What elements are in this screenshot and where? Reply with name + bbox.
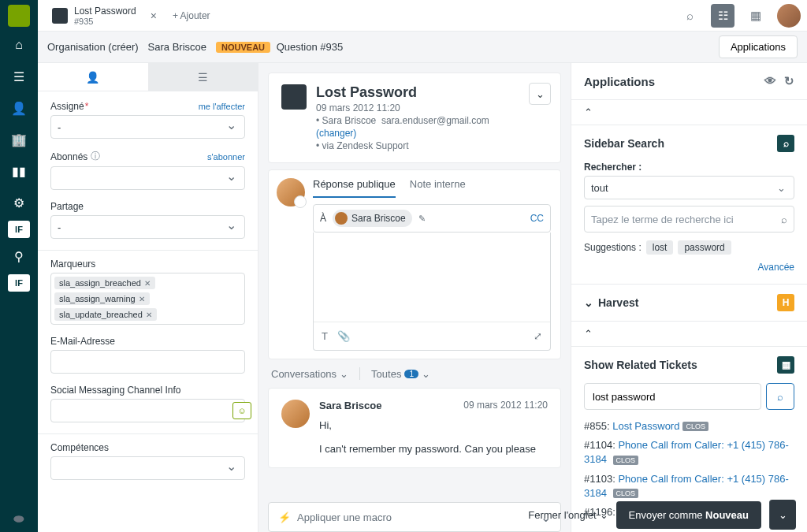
collapse-toggle[interactable]: ⌃ xyxy=(571,322,807,346)
ticket-email: sara.enduser@gmail.com xyxy=(381,115,489,126)
close-icon[interactable]: × xyxy=(151,9,157,22)
collapse-toggle[interactable]: ⌃ xyxy=(571,100,807,125)
social-label: Social Messaging Channel Info xyxy=(50,385,245,396)
assign-me-link[interactable]: me l'affecter xyxy=(199,102,245,111)
chip[interactable]: lost xyxy=(646,240,674,255)
applications-button[interactable]: Applications xyxy=(719,35,798,58)
tab-title: Lost Password xyxy=(74,6,136,17)
org-icon[interactable]: 🏢 xyxy=(6,126,32,153)
left-tab-user[interactable]: 👤 xyxy=(38,63,148,91)
tab-internal-note[interactable]: Note interne xyxy=(410,178,466,198)
search-input[interactable]: Tapez le terme de recherche ici ⌕ xyxy=(584,206,794,233)
related-ticket[interactable]: #1104: Phone Call from Caller: +1 (415) … xyxy=(584,438,794,467)
home-icon[interactable]: ⌂ xyxy=(6,32,32,58)
customers-icon[interactable]: 👤 xyxy=(6,95,32,121)
eye-icon[interactable]: 👁 xyxy=(764,74,776,88)
related-icon: ▦ xyxy=(777,356,794,374)
edit-icon[interactable]: ✎ xyxy=(418,214,426,224)
refresh-icon[interactable]: ↻ xyxy=(784,74,794,88)
subscribe-link[interactable]: s'abonner xyxy=(207,152,245,162)
views-icon[interactable]: ☰ xyxy=(6,63,32,90)
to-row: À Sara Briscoe ✎ CC xyxy=(313,204,551,233)
apps-header: Applications xyxy=(584,75,655,88)
footer: Fermer l'onglet ⌄ Envoyer comme Nouveau … xyxy=(517,497,807,532)
related-search-button[interactable]: ⌕ xyxy=(766,383,794,410)
format-icon[interactable]: T xyxy=(322,330,328,342)
chat-icon[interactable]: ☷ xyxy=(711,4,734,28)
reports-icon[interactable]: ▮▮ xyxy=(6,158,32,184)
tag-remove-icon[interactable]: ✕ xyxy=(144,279,151,288)
search-scope-select[interactable]: tout xyxy=(584,176,794,199)
email-field[interactable] xyxy=(50,350,245,374)
attach-icon[interactable]: 📎 xyxy=(337,330,350,342)
assignee-select[interactable]: - xyxy=(50,115,245,139)
search-icon[interactable]: ⌕ xyxy=(678,4,701,28)
tab-ticket[interactable]: Lost Password #935 × xyxy=(44,0,165,31)
msg-date: 09 mars 2012 11:20 xyxy=(463,400,548,411)
if-icon-1[interactable]: IF xyxy=(8,221,30,238)
tag-remove-icon[interactable]: ✕ xyxy=(146,311,152,319)
related-title: Show Related Tickets xyxy=(584,359,697,371)
related-ticket[interactable]: #855: Lost PasswordCLOS xyxy=(584,419,794,433)
settings-icon[interactable]: ⚙ xyxy=(6,189,32,216)
recipient-chip[interactable]: Sara Briscoe xyxy=(333,210,412,227)
float-widget-icon[interactable]: ☺ xyxy=(232,402,251,419)
related-ticket[interactable]: #1103: Phone Call from Caller: +1 (415) … xyxy=(584,472,794,500)
share-select[interactable]: - xyxy=(50,215,245,239)
badge-new: NOUVEAU xyxy=(216,42,270,53)
followers-label: Abonnés xyxy=(50,151,87,162)
compose-textarea[interactable]: T 📎 ⤢ xyxy=(313,233,551,351)
advanced-link[interactable]: Avancée xyxy=(758,262,794,273)
assignee-label: Assigné xyxy=(50,101,84,112)
msg-author: Sara Briscoe xyxy=(319,400,382,411)
search-badge-icon: ⌕ xyxy=(777,135,794,152)
conversations-dropdown[interactable]: Conversations ⌄ xyxy=(271,368,348,380)
sidebar-search-title: Sidebar Search xyxy=(584,137,664,150)
logo-icon[interactable] xyxy=(8,5,30,27)
apps-grid-icon[interactable]: ▦ xyxy=(744,4,768,28)
palm-icon[interactable]: ⚲ xyxy=(6,243,32,270)
channel-icon xyxy=(281,84,307,110)
expand-icon[interactable]: ⤢ xyxy=(534,330,542,342)
tag: sla_assign_breached✕ xyxy=(54,277,155,289)
submit-dropdown[interactable]: ⌄ xyxy=(769,500,796,530)
chip[interactable]: password xyxy=(678,240,731,255)
competences-label: Compétences xyxy=(50,442,245,453)
ticket-user: Sara Briscoe xyxy=(322,115,377,126)
bc-user[interactable]: Sara Briscoe xyxy=(148,41,206,53)
breadcrumb: Organisation (créer) Sara Briscoe NOUVEA… xyxy=(38,32,807,63)
cc-button[interactable]: CC xyxy=(530,213,544,224)
ticket-actions-button[interactable]: ⌄ xyxy=(529,83,551,105)
social-field[interactable] xyxy=(50,399,245,422)
ticket-via: • via Zendesk Support xyxy=(316,140,489,151)
harvest-toggle[interactable]: ⌄ Harvest H xyxy=(571,285,807,321)
share-label: Partage xyxy=(50,201,245,212)
close-tab-button[interactable]: Fermer l'onglet ⌄ xyxy=(528,509,608,521)
tab-public-reply[interactable]: Réponse publique xyxy=(313,178,396,198)
related-search-input[interactable] xyxy=(584,383,761,410)
competences-select[interactable] xyxy=(50,456,245,480)
add-tab[interactable]: + Ajouter xyxy=(165,10,218,21)
left-tab-ticket[interactable]: ☰ xyxy=(148,63,258,91)
tags-input[interactable]: sla_assign_breached✕ sla_assign_warning✕… xyxy=(50,273,245,325)
submit-button[interactable]: Envoyer comme Nouveau xyxy=(616,501,761,529)
to-label: À xyxy=(320,213,326,224)
ticket-header: ⌄ Lost Password 09 mars 2012 11:20 • Sar… xyxy=(268,73,561,163)
msg-line: I can't remember my password. Can you pl… xyxy=(319,441,548,457)
convo-bar: Conversations ⌄ Toutes 1 ⌄ xyxy=(258,359,571,388)
center-panel: ⌄ Lost Password 09 mars 2012 11:20 • Sar… xyxy=(258,63,571,532)
zendesk-icon[interactable]: ⬬ xyxy=(6,505,32,532)
avatar[interactable] xyxy=(777,4,801,28)
followers-select[interactable] xyxy=(50,166,245,190)
change-link[interactable]: (changer) xyxy=(316,128,356,139)
bc-org[interactable]: Organisation (créer) xyxy=(47,41,139,53)
ticket-icon xyxy=(52,8,68,24)
bc-ticket[interactable]: Question #935 xyxy=(277,41,344,53)
compose-avatar xyxy=(277,178,305,206)
search-icon[interactable]: ⌕ xyxy=(781,214,787,225)
if-icon-2[interactable]: IF xyxy=(8,274,30,292)
tag-remove-icon[interactable]: ✕ xyxy=(139,295,145,303)
compose-box: Réponse publique Note interne À Sara Bri… xyxy=(268,169,561,359)
all-dropdown[interactable]: Toutes 1 ⌄ xyxy=(371,368,430,380)
msg-line: Hi, xyxy=(319,418,548,433)
